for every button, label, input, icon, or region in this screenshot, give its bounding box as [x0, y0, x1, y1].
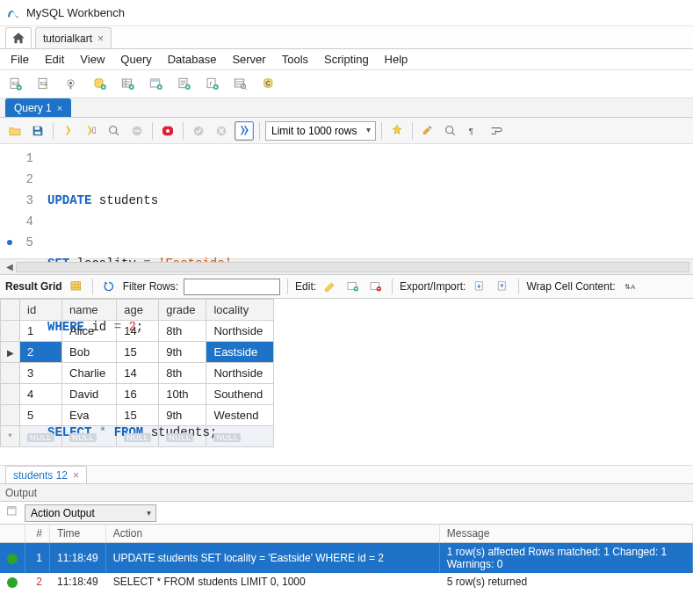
limit-rows-select-wrap[interactable]: Limit to 1000 rows	[265, 121, 376, 141]
reconnect-button[interactable]	[258, 74, 279, 95]
execute-current-button[interactable]	[82, 121, 101, 141]
add-row-button[interactable]	[344, 278, 362, 295]
close-icon[interactable]: ×	[57, 103, 62, 113]
query-tab-label: Query 1	[14, 102, 52, 114]
result-tab[interactable]: students 12 ×	[5, 466, 87, 483]
output-view-button[interactable]	[5, 504, 19, 521]
close-icon[interactable]: ×	[73, 469, 79, 482]
connection-tab[interactable]: tutorialkart ×	[35, 27, 112, 48]
import-button[interactable]	[494, 278, 511, 295]
output-row[interactable]: 211:18:49SELECT * FROM students LIMIT 0,…	[0, 573, 693, 591]
svg-text:ƒ: ƒ	[209, 80, 212, 85]
brush-button[interactable]	[418, 121, 437, 141]
row-header[interactable]	[1, 321, 20, 342]
save-button[interactable]	[28, 121, 47, 141]
output-panel-title: Output	[0, 484, 693, 502]
wrap-cell-button[interactable]: ⇅A	[621, 278, 639, 295]
create-schema-button[interactable]	[90, 74, 111, 95]
create-function-button[interactable]: ƒ	[202, 74, 223, 95]
row-header[interactable]	[1, 405, 20, 426]
result-grid-toolbar: Result Grid Filter Rows: Edit: Export/Im…	[0, 274, 693, 299]
inspector-button[interactable]	[61, 74, 83, 95]
wrap-cell-label: Wrap Cell Content:	[526, 280, 615, 293]
result-grid-view-icon[interactable]	[68, 278, 85, 295]
menu-edit[interactable]: Edit	[38, 50, 71, 69]
menu-help[interactable]: Help	[378, 50, 415, 69]
menubar: File Edit View Query Database Server Too…	[0, 49, 693, 70]
success-icon	[7, 577, 18, 588]
limit-rows-select[interactable]: Limit to 1000 rows	[265, 121, 376, 141]
toggle-invisible-button[interactable]: ¶	[464, 121, 483, 141]
output-col-action[interactable]: Action	[105, 525, 439, 543]
output-col-message[interactable]: Message	[439, 525, 692, 543]
output-type-select[interactable]: Action Output	[25, 504, 156, 522]
word-wrap-button[interactable]	[487, 121, 506, 141]
output-col-num[interactable]: #	[25, 525, 50, 543]
beautify-button[interactable]	[387, 121, 407, 141]
rollback-button[interactable]	[212, 121, 231, 141]
svg-rect-13	[150, 79, 160, 82]
editor-horizontal-scrollbar[interactable]: ◀	[0, 258, 693, 274]
status-cell	[0, 573, 25, 591]
row-header[interactable]	[1, 363, 20, 384]
app-logo-icon	[5, 5, 21, 21]
search-table-data-button[interactable]	[230, 74, 251, 95]
svg-text:¶: ¶	[469, 126, 473, 134]
open-file-button[interactable]	[5, 121, 25, 141]
separator	[392, 279, 393, 294]
find-button[interactable]	[441, 121, 460, 141]
autocommit-toggle[interactable]	[235, 121, 254, 141]
window-title: MySQL Workbench	[26, 6, 125, 19]
output-action: UPDATE students SET locality = 'Eastside…	[105, 543, 439, 574]
scroll-left-icon[interactable]: ◀	[4, 261, 16, 273]
scroll-track[interactable]	[16, 262, 689, 272]
stop-button[interactable]	[127, 121, 147, 141]
code-line[interactable]: UPDATE students	[47, 190, 232, 211]
create-table-button[interactable]	[118, 74, 139, 95]
svg-point-29	[194, 126, 204, 135]
output-type-select-wrap[interactable]: Action Output	[25, 504, 156, 522]
menu-tools[interactable]: Tools	[275, 50, 315, 69]
menu-server[interactable]: Server	[225, 50, 272, 69]
row-header[interactable]	[1, 384, 20, 405]
refresh-button[interactable]	[100, 278, 118, 295]
menu-database[interactable]: Database	[161, 50, 224, 69]
create-view-button[interactable]	[146, 74, 167, 95]
execute-button[interactable]	[59, 121, 78, 141]
svg-point-28	[166, 129, 170, 133]
new-sql-tab-button[interactable]: SQL	[5, 74, 26, 95]
stop-on-error-button[interactable]	[158, 121, 177, 141]
menu-file[interactable]: File	[4, 50, 36, 69]
output-row[interactable]: 111:18:49UPDATE students SET locality = …	[0, 543, 693, 574]
row-header[interactable]	[1, 342, 20, 363]
explain-button[interactable]	[105, 121, 124, 141]
editor-code[interactable]: UPDATE students SET locality = 'Eastside…	[42, 144, 232, 258]
svg-rect-7	[70, 85, 72, 89]
statement-marker-icon	[7, 240, 12, 245]
output-num: 2	[25, 573, 50, 591]
row-header-corner	[1, 300, 20, 321]
query-tab[interactable]: Query 1 ×	[5, 98, 71, 117]
edit-row-button[interactable]	[321, 278, 339, 295]
output-col-time[interactable]: Time	[50, 525, 106, 543]
sql-editor[interactable]: 1 2 3 4 5 UPDATE students SET locality =…	[0, 144, 693, 258]
create-procedure-button[interactable]	[174, 74, 195, 95]
export-button[interactable]	[471, 278, 488, 295]
separator	[259, 122, 260, 140]
open-sql-file-button[interactable]: SQL	[33, 74, 54, 95]
output-num: 1	[25, 543, 50, 574]
separator	[152, 122, 153, 140]
query-tabstrip: Query 1 ×	[0, 98, 693, 118]
delete-row-button[interactable]	[367, 278, 385, 295]
menu-view[interactable]: View	[73, 50, 112, 69]
menu-query[interactable]: Query	[113, 50, 158, 69]
close-icon[interactable]: ×	[97, 33, 104, 45]
filter-rows-label: Filter Rows:	[123, 280, 178, 293]
filter-rows-input[interactable]	[184, 279, 280, 295]
svg-rect-25	[92, 127, 95, 134]
output-grid[interactable]: # Time Action Message 111:18:49UPDATE st…	[0, 525, 693, 591]
output-time: 11:18:49	[50, 543, 106, 574]
menu-scripting[interactable]: Scripting	[317, 50, 376, 69]
commit-button[interactable]	[189, 121, 208, 141]
home-tab[interactable]	[5, 27, 32, 48]
